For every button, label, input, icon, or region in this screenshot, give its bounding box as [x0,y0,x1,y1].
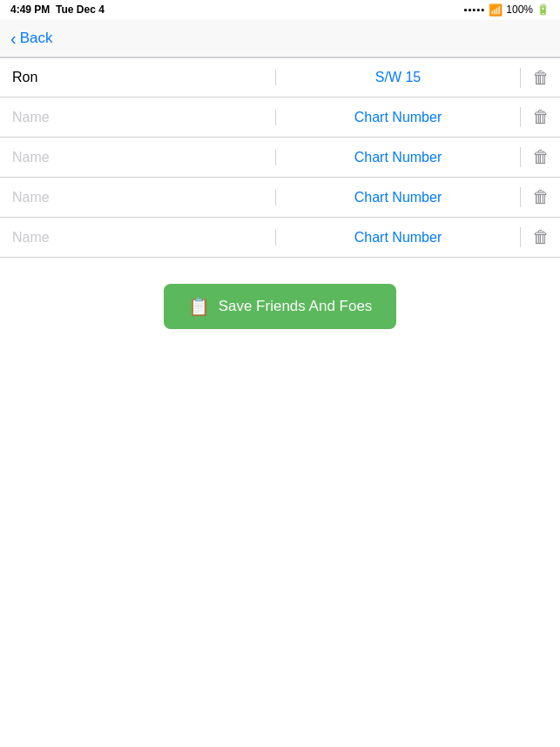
table-row: NameChart Number🗑 [0,178,560,218]
table-row: NameChart Number🗑 [0,138,560,178]
delete-button-3[interactable]: 🗑 [520,187,560,207]
delete-button-2[interactable]: 🗑 [520,147,560,167]
delete-button-0[interactable]: 🗑 [520,68,560,88]
wifi-icon: 📶 [489,3,503,17]
back-button[interactable]: ‹ Back [10,30,52,47]
battery-icon: 🔋 [536,3,550,16]
save-icon: 📋 [188,296,210,317]
trash-icon: 🗑 [532,107,550,127]
delete-button-4[interactable]: 🗑 [520,227,560,247]
trash-icon: 🗑 [532,227,550,247]
table-row: RonS/W 15🗑 [0,57,560,98]
back-chevron-icon: ‹ [10,30,17,47]
delete-button-1[interactable]: 🗑 [520,107,560,127]
name-cell-0[interactable]: Ron [0,70,276,85]
status-bar: 4:49 PM Tue Dec 4 ▪▪▪▪▪ 📶 100% 🔋 [0,0,560,19]
chart-cell-0[interactable]: S/W 15 [276,70,520,85]
name-cell-4[interactable]: Name [0,230,276,246]
trash-icon: 🗑 [532,187,550,207]
chart-cell-1[interactable]: Chart Number [276,110,520,125]
chart-cell-4[interactable]: Chart Number [276,230,520,246]
save-label: Save Friends And Foes [219,298,373,315]
trash-icon: 🗑 [532,68,550,88]
table-row: NameChart Number🗑 [0,98,560,138]
table-row: NameChart Number🗑 [0,218,560,258]
signal-icon: ▪▪▪▪▪ [464,4,486,15]
trash-icon: 🗑 [532,147,550,167]
nav-bar: ‹ Back [0,19,560,57]
name-cell-1[interactable]: Name [0,110,276,125]
name-cell-3[interactable]: Name [0,190,276,205]
battery-label: 100% [506,3,533,16]
chart-cell-3[interactable]: Chart Number [276,190,520,205]
name-cell-2[interactable]: Name [0,150,276,165]
save-area: 📋 Save Friends And Foes [0,258,560,355]
status-right: ▪▪▪▪▪ 📶 100% 🔋 [464,3,550,17]
status-time: 4:49 PM Tue Dec 4 [10,3,105,16]
friends-foes-table: RonS/W 15🗑NameChart Number🗑NameChart Num… [0,57,560,258]
chart-cell-2[interactable]: Chart Number [276,150,520,165]
save-button[interactable]: 📋 Save Friends And Foes [164,284,397,329]
back-label: Back [20,30,53,47]
